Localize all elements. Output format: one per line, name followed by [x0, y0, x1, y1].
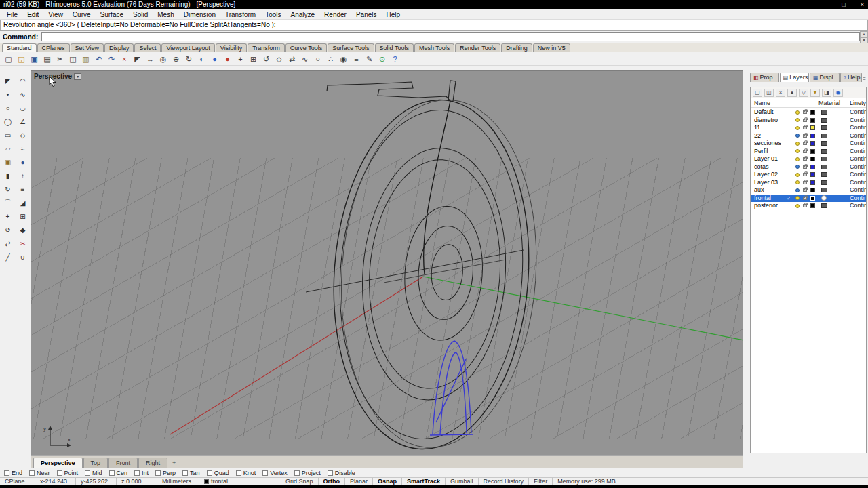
pan-view-icon[interactable]: ↔	[144, 54, 156, 64]
layer-color-swatch[interactable]	[810, 180, 815, 185]
expand-icon[interactable]: ▽	[799, 89, 808, 97]
osnap-toggle[interactable]: Disable	[328, 470, 355, 476]
menu-item[interactable]: Panels	[351, 9, 382, 19]
arc-tool-icon[interactable]: ◡	[18, 102, 28, 113]
globe-icon[interactable]: ◉	[833, 89, 843, 97]
layer-material-icon[interactable]	[821, 110, 827, 115]
command-input[interactable]	[41, 32, 860, 41]
toolbar-tab[interactable]: Viewport Layout	[161, 43, 214, 52]
object-snap-icon[interactable]: ◉	[338, 54, 349, 64]
column-header-name[interactable]: Name	[754, 98, 770, 108]
trim-tool-icon[interactable]: ✂	[18, 238, 28, 249]
box-tool-icon[interactable]: ▣	[3, 157, 14, 167]
layer-material-icon[interactable]	[821, 134, 827, 138]
viewport-tab[interactable]: Right	[138, 458, 167, 468]
undo-icon[interactable]: ↶	[93, 54, 104, 64]
gumball-icon[interactable]: ⊙	[376, 54, 388, 64]
layer-row[interactable]: aux ✓ Contin...	[751, 186, 866, 195]
cylinder-tool-icon[interactable]: ▮	[3, 170, 14, 181]
osnap-checkbox[interactable]	[85, 470, 90, 476]
layer-row[interactable]: Default ✓ Contin...	[751, 108, 866, 117]
polyline-tool-icon[interactable]: ∠	[18, 116, 28, 127]
status-toggle[interactable]: Ortho	[319, 478, 346, 485]
layer-lock-icon[interactable]	[803, 173, 807, 176]
rotate-view-icon[interactable]: ↻	[183, 54, 195, 64]
layer-lock-icon[interactable]	[803, 181, 807, 184]
menu-item[interactable]: Curve	[68, 9, 96, 19]
print-icon[interactable]: ▤	[41, 54, 53, 64]
status-toggle[interactable]: SmartTrack	[402, 478, 446, 485]
layer-color-swatch[interactable]	[810, 118, 815, 123]
ellipse-tool-icon[interactable]: ◯	[3, 116, 14, 127]
new-file-icon[interactable]: ▢	[3, 54, 14, 64]
scale-icon[interactable]: ◇	[273, 54, 285, 64]
osnap-toggle[interactable]: Project	[294, 470, 321, 476]
curve-tools-icon[interactable]: ∿	[299, 54, 311, 64]
redo-icon[interactable]: ↷	[106, 54, 117, 64]
menu-item[interactable]: Transform	[220, 9, 260, 19]
toolbar-tab[interactable]: CPlanes	[37, 43, 70, 52]
center-chord-line[interactable]	[306, 250, 524, 292]
center-chord-line-2[interactable]	[384, 260, 506, 283]
scroll-up-icon[interactable]: ▲	[860, 31, 868, 37]
layer-material-icon[interactable]	[821, 203, 827, 208]
move-icon[interactable]: +	[235, 54, 246, 64]
control-points-icon[interactable]: ∴	[325, 54, 336, 64]
tab-display[interactable]: ▦ Displ...	[810, 73, 840, 82]
layer-linetype[interactable]: Contin...	[850, 148, 866, 156]
column-header-material[interactable]: Material	[818, 98, 840, 108]
layer-linetype[interactable]: Contin...	[850, 140, 866, 148]
menu-item[interactable]: File	[2, 9, 22, 19]
osnap-checkbox[interactable]	[109, 470, 115, 476]
tab-properties[interactable]: ◧ Prop...	[750, 73, 779, 82]
toolbar-tab[interactable]: Visibility	[216, 43, 247, 52]
toolbar-tab[interactable]: Standard	[2, 43, 37, 52]
menu-item[interactable]: Render	[319, 9, 351, 19]
toolbar-tab[interactable]: Mesh Tools	[414, 43, 454, 52]
menu-item[interactable]: Solid	[128, 9, 153, 19]
layer-visibility-bulb-icon[interactable]	[795, 149, 800, 153]
toolbar-tab[interactable]: Select	[134, 43, 161, 52]
menu-item[interactable]: View	[43, 9, 68, 19]
layer-row[interactable]: Layer 01 ✓ Contin...	[751, 155, 866, 163]
toolbar-tab[interactable]: Transform	[248, 43, 285, 52]
delete-layer-icon[interactable]: ×	[776, 89, 785, 97]
layer-lock-icon[interactable]	[803, 142, 807, 145]
layer-material-icon[interactable]	[821, 157, 827, 161]
revolve-tool-icon[interactable]: ↻	[3, 184, 14, 195]
menu-item[interactable]: Surface	[96, 9, 128, 19]
osnap-checkbox[interactable]	[4, 470, 9, 476]
layer-material-icon[interactable]	[821, 172, 827, 177]
layer-visibility-bulb-icon[interactable]	[795, 188, 800, 192]
minimize-button[interactable]: ─	[823, 0, 827, 9]
layer-visibility-bulb-icon[interactable]	[795, 110, 800, 115]
layer-row[interactable]: Perfil ✓ Contin...	[751, 148, 866, 156]
layer-lock-icon[interactable]	[803, 204, 807, 207]
layer-visibility-bulb-icon[interactable]	[795, 196, 800, 200]
viewport-perspective[interactable]: Perspective ▼ y x	[31, 70, 743, 455]
delete-icon[interactable]: ×	[119, 54, 130, 64]
osnap-checkbox[interactable]	[207, 470, 212, 476]
select-tool-icon[interactable]: ◤	[3, 75, 14, 86]
osnap-toggle[interactable]: Near	[29, 470, 50, 476]
polygon-tool-icon[interactable]: ◇	[18, 129, 28, 140]
toolbar-tab[interactable]: Display	[104, 43, 134, 52]
save-icon[interactable]: ▣	[28, 54, 40, 64]
osnap-toggle[interactable]: Quad	[207, 470, 229, 476]
lasso-select-icon[interactable]: ◠	[18, 75, 28, 86]
layer-row[interactable]: Layer 02 ✓ Contin...	[751, 171, 866, 179]
units-readout[interactable]: Millimeters	[157, 478, 199, 485]
curve-tool-icon[interactable]: ∿	[18, 89, 28, 100]
layer-visibility-bulb-icon[interactable]	[795, 142, 800, 146]
status-toggle[interactable]: Grid Snap	[281, 478, 319, 485]
menu-item[interactable]: Edit	[22, 9, 43, 19]
new-viewport-tab-button[interactable]: +	[168, 460, 180, 468]
toolbar-tab[interactable]: Solid Tools	[375, 43, 414, 52]
layer-color-swatch[interactable]	[810, 203, 815, 208]
maximize-button[interactable]: □	[842, 0, 845, 9]
join-tool-icon[interactable]: ∪	[18, 251, 28, 262]
layer-material-icon[interactable]	[821, 149, 827, 154]
menu-item[interactable]: Mesh	[153, 9, 178, 19]
layer-material-icon[interactable]	[821, 195, 827, 201]
zoom-window-icon[interactable]: ◎	[157, 54, 169, 64]
